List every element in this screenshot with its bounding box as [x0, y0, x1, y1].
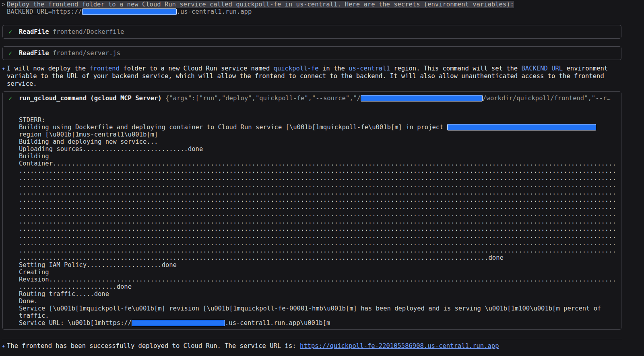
terminal-line: ........................................…	[19, 196, 615, 203]
terminal-line: ........................................…	[19, 182, 615, 189]
terminal-line: Uploading sources.......................…	[19, 145, 615, 153]
terminal-line: ........................................…	[19, 167, 615, 174]
terminal-line: Building and deploying new service...	[19, 138, 615, 145]
tool-call-list: ✓ReadFile frontend/Dockerfile✓ReadFile f…	[2, 25, 622, 60]
terminal-line: Service URL: \u001b[1mhttps://.us-centra…	[19, 319, 615, 327]
check-icon: ✓	[8, 50, 19, 57]
terminal-line: Creating	[19, 269, 615, 276]
user-prompt: > Deploy the frontend folder to a new Cl…	[2, 0, 622, 15]
tool-call-box: ✓ReadFile frontend/Dockerfile	[2, 25, 621, 39]
terminal-line: Service [\u001b[1mquickpoll-fe\u001b[m] …	[19, 305, 615, 312]
final-message-text: The frontend has been successfully deplo…	[7, 342, 499, 350]
tool-call-title-line: ReadFile frontend/server.js	[19, 50, 120, 57]
terminal-line: ........................................…	[19, 225, 615, 232]
tool-name: run_gcloud_command (gcloud MCP Server)	[19, 95, 165, 102]
tool-call-box: ✓ReadFile frontend/server.js	[2, 46, 621, 60]
terminal-line: service.	[7, 80, 608, 88]
terminal-line: region [\u001b[1mus-central1\u001b[m]	[19, 131, 615, 138]
terminal-line: ........................................…	[19, 247, 615, 254]
assistant-note-text: I will now deploy the frontend folder to…	[7, 65, 608, 88]
terminal-line: STDERR:	[19, 116, 615, 124]
terminal: > Deploy the frontend folder to a new Cl…	[0, 0, 622, 350]
check-icon: ✓	[8, 95, 19, 102]
terminal-line: Deploy the frontend folder to a new Clou…	[7, 1, 514, 8]
assistant-note: ✦ I will now deploy the frontend folder …	[2, 65, 622, 88]
terminal-line: ........................................…	[19, 174, 615, 182]
gcloud-tool-box: ✓ run_gcloud_command (gcloud MCP Server)…	[2, 91, 621, 330]
tool-call-header: ✓ReadFile frontend/server.js	[8, 50, 615, 57]
redacted-secret	[447, 124, 596, 130]
terminal-line: Done.	[19, 298, 615, 305]
terminal-line: traffic.	[19, 312, 615, 319]
terminal-line: Container...............................…	[19, 160, 615, 167]
terminal-line: ........................................…	[19, 189, 615, 196]
terminal-line: ........................................…	[19, 218, 615, 225]
divider	[2, 339, 622, 339]
tool-name: ReadFile	[19, 28, 53, 35]
terminal-line: ..........................done	[19, 283, 615, 290]
final-star-icon: ✦	[2, 342, 7, 350]
user-prompt-text: Deploy the frontend folder to a new Clou…	[7, 1, 514, 15]
terminal-line: ........................................…	[19, 211, 615, 218]
prompt-marker-icon: >	[2, 1, 7, 8]
gcloud-output: STDERR:Building using Dockerfile and dep…	[19, 102, 615, 327]
redacted-secret	[82, 8, 177, 15]
final-message: ✦ The frontend has been successfully dep…	[2, 342, 622, 350]
terminal-line: Routing traffic.....done	[19, 290, 615, 298]
tool-args: frontend/server.js	[53, 50, 120, 57]
terminal-line: BACKEND_URL=https://.us-central1.run.app	[7, 8, 514, 15]
gcloud-header-line: run_gcloud_command (gcloud MCP Server) {…	[19, 95, 611, 102]
terminal-line	[19, 102, 615, 109]
tool-call-title-line: ReadFile frontend/Dockerfile	[19, 28, 124, 35]
redacted-secret	[132, 320, 225, 326]
service-url-link[interactable]: https://quickpoll-fe-220105586908.us-cen…	[300, 342, 499, 350]
gcloud-tool-header: ✓ run_gcloud_command (gcloud MCP Server)…	[8, 95, 615, 102]
terminal-line: Building using Dockerfile and deploying …	[19, 124, 615, 131]
terminal-line: I will now deploy the frontend folder to…	[7, 65, 608, 72]
tool-call-header: ✓ReadFile frontend/Dockerfile	[8, 28, 615, 35]
terminal-line: ........................................…	[19, 254, 615, 261]
terminal-line: Setting IAM Policy....................do…	[19, 261, 615, 269]
terminal-line: ........................................…	[19, 203, 615, 211]
check-icon: ✓	[8, 28, 19, 35]
terminal-line	[19, 109, 615, 116]
terminal-line: variable to the URL of your backend serv…	[7, 72, 608, 80]
assistant-star-icon: ✦	[2, 65, 7, 72]
tool-args: frontend/Dockerfile	[53, 28, 124, 35]
terminal-line: Building	[19, 153, 615, 160]
tool-name: ReadFile	[19, 50, 53, 57]
terminal-line: Revision................................…	[19, 276, 615, 283]
terminal-line: ........................................…	[19, 232, 615, 240]
terminal-line: ........................................…	[19, 240, 615, 247]
redacted-secret	[361, 95, 483, 101]
